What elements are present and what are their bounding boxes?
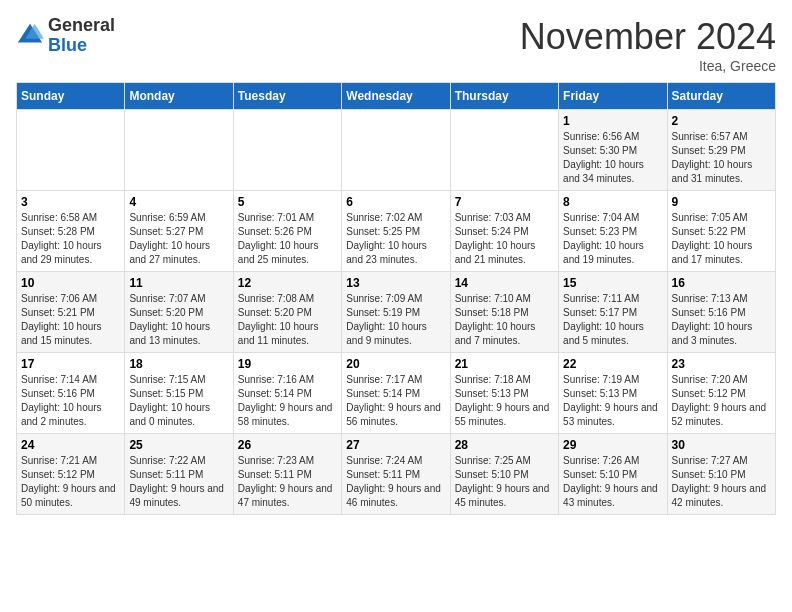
day-info: Sunrise: 7:09 AM Sunset: 5:19 PM Dayligh… [346, 292, 445, 348]
day-info: Sunrise: 7:15 AM Sunset: 5:15 PM Dayligh… [129, 373, 228, 429]
logo-blue: Blue [48, 36, 115, 56]
logo-general: General [48, 16, 115, 36]
day-info: Sunrise: 7:03 AM Sunset: 5:24 PM Dayligh… [455, 211, 554, 267]
day-number: 15 [563, 276, 662, 290]
calendar-cell: 10Sunrise: 7:06 AM Sunset: 5:21 PM Dayli… [17, 272, 125, 353]
day-number: 30 [672, 438, 771, 452]
day-info: Sunrise: 7:10 AM Sunset: 5:18 PM Dayligh… [455, 292, 554, 348]
weekday-header-wednesday: Wednesday [342, 83, 450, 110]
day-info: Sunrise: 6:56 AM Sunset: 5:30 PM Dayligh… [563, 130, 662, 186]
weekday-header-row: SundayMondayTuesdayWednesdayThursdayFrid… [17, 83, 776, 110]
day-number: 23 [672, 357, 771, 371]
weekday-header-saturday: Saturday [667, 83, 775, 110]
day-info: Sunrise: 7:13 AM Sunset: 5:16 PM Dayligh… [672, 292, 771, 348]
calendar-cell: 1Sunrise: 6:56 AM Sunset: 5:30 PM Daylig… [559, 110, 667, 191]
day-number: 28 [455, 438, 554, 452]
calendar-cell [450, 110, 558, 191]
logo-icon [16, 22, 44, 50]
day-info: Sunrise: 7:08 AM Sunset: 5:20 PM Dayligh… [238, 292, 337, 348]
day-info: Sunrise: 7:20 AM Sunset: 5:12 PM Dayligh… [672, 373, 771, 429]
day-number: 8 [563, 195, 662, 209]
calendar-cell: 5Sunrise: 7:01 AM Sunset: 5:26 PM Daylig… [233, 191, 341, 272]
weekday-header-sunday: Sunday [17, 83, 125, 110]
weekday-header-thursday: Thursday [450, 83, 558, 110]
day-info: Sunrise: 7:04 AM Sunset: 5:23 PM Dayligh… [563, 211, 662, 267]
day-number: 5 [238, 195, 337, 209]
calendar-cell: 22Sunrise: 7:19 AM Sunset: 5:13 PM Dayli… [559, 353, 667, 434]
day-info: Sunrise: 7:07 AM Sunset: 5:20 PM Dayligh… [129, 292, 228, 348]
calendar-cell [342, 110, 450, 191]
day-info: Sunrise: 6:59 AM Sunset: 5:27 PM Dayligh… [129, 211, 228, 267]
day-number: 20 [346, 357, 445, 371]
day-number: 3 [21, 195, 120, 209]
day-info: Sunrise: 7:25 AM Sunset: 5:10 PM Dayligh… [455, 454, 554, 510]
calendar-cell: 11Sunrise: 7:07 AM Sunset: 5:20 PM Dayli… [125, 272, 233, 353]
calendar-cell: 4Sunrise: 6:59 AM Sunset: 5:27 PM Daylig… [125, 191, 233, 272]
day-number: 4 [129, 195, 228, 209]
day-number: 27 [346, 438, 445, 452]
week-row-1: 1Sunrise: 6:56 AM Sunset: 5:30 PM Daylig… [17, 110, 776, 191]
calendar-cell: 12Sunrise: 7:08 AM Sunset: 5:20 PM Dayli… [233, 272, 341, 353]
day-info: Sunrise: 6:58 AM Sunset: 5:28 PM Dayligh… [21, 211, 120, 267]
day-number: 26 [238, 438, 337, 452]
day-number: 19 [238, 357, 337, 371]
logo-text: General Blue [48, 16, 115, 56]
day-info: Sunrise: 7:24 AM Sunset: 5:11 PM Dayligh… [346, 454, 445, 510]
calendar-cell: 3Sunrise: 6:58 AM Sunset: 5:28 PM Daylig… [17, 191, 125, 272]
day-info: Sunrise: 6:57 AM Sunset: 5:29 PM Dayligh… [672, 130, 771, 186]
calendar-cell: 29Sunrise: 7:26 AM Sunset: 5:10 PM Dayli… [559, 434, 667, 515]
calendar-cell [233, 110, 341, 191]
day-info: Sunrise: 7:05 AM Sunset: 5:22 PM Dayligh… [672, 211, 771, 267]
day-number: 9 [672, 195, 771, 209]
day-info: Sunrise: 7:14 AM Sunset: 5:16 PM Dayligh… [21, 373, 120, 429]
location: Itea, Greece [520, 58, 776, 74]
day-info: Sunrise: 7:23 AM Sunset: 5:11 PM Dayligh… [238, 454, 337, 510]
day-info: Sunrise: 7:17 AM Sunset: 5:14 PM Dayligh… [346, 373, 445, 429]
week-row-4: 17Sunrise: 7:14 AM Sunset: 5:16 PM Dayli… [17, 353, 776, 434]
calendar-cell: 14Sunrise: 7:10 AM Sunset: 5:18 PM Dayli… [450, 272, 558, 353]
calendar-cell: 23Sunrise: 7:20 AM Sunset: 5:12 PM Dayli… [667, 353, 775, 434]
day-number: 14 [455, 276, 554, 290]
calendar-cell: 30Sunrise: 7:27 AM Sunset: 5:10 PM Dayli… [667, 434, 775, 515]
calendar-cell: 16Sunrise: 7:13 AM Sunset: 5:16 PM Dayli… [667, 272, 775, 353]
day-number: 18 [129, 357, 228, 371]
calendar-cell: 20Sunrise: 7:17 AM Sunset: 5:14 PM Dayli… [342, 353, 450, 434]
day-info: Sunrise: 7:01 AM Sunset: 5:26 PM Dayligh… [238, 211, 337, 267]
calendar-table: SundayMondayTuesdayWednesdayThursdayFrid… [16, 82, 776, 515]
calendar-cell: 7Sunrise: 7:03 AM Sunset: 5:24 PM Daylig… [450, 191, 558, 272]
day-number: 7 [455, 195, 554, 209]
day-number: 22 [563, 357, 662, 371]
weekday-header-monday: Monday [125, 83, 233, 110]
day-number: 12 [238, 276, 337, 290]
calendar-cell: 15Sunrise: 7:11 AM Sunset: 5:17 PM Dayli… [559, 272, 667, 353]
week-row-3: 10Sunrise: 7:06 AM Sunset: 5:21 PM Dayli… [17, 272, 776, 353]
day-info: Sunrise: 7:11 AM Sunset: 5:17 PM Dayligh… [563, 292, 662, 348]
calendar-cell: 27Sunrise: 7:24 AM Sunset: 5:11 PM Dayli… [342, 434, 450, 515]
week-row-5: 24Sunrise: 7:21 AM Sunset: 5:12 PM Dayli… [17, 434, 776, 515]
logo: General Blue [16, 16, 115, 56]
day-number: 24 [21, 438, 120, 452]
day-info: Sunrise: 7:26 AM Sunset: 5:10 PM Dayligh… [563, 454, 662, 510]
day-number: 17 [21, 357, 120, 371]
weekday-header-friday: Friday [559, 83, 667, 110]
calendar-cell [125, 110, 233, 191]
day-info: Sunrise: 7:06 AM Sunset: 5:21 PM Dayligh… [21, 292, 120, 348]
calendar-cell [17, 110, 125, 191]
calendar-cell: 19Sunrise: 7:16 AM Sunset: 5:14 PM Dayli… [233, 353, 341, 434]
week-row-2: 3Sunrise: 6:58 AM Sunset: 5:28 PM Daylig… [17, 191, 776, 272]
day-info: Sunrise: 7:27 AM Sunset: 5:10 PM Dayligh… [672, 454, 771, 510]
day-number: 2 [672, 114, 771, 128]
day-number: 29 [563, 438, 662, 452]
calendar-cell: 26Sunrise: 7:23 AM Sunset: 5:11 PM Dayli… [233, 434, 341, 515]
title-area: November 2024 Itea, Greece [520, 16, 776, 74]
calendar-cell: 21Sunrise: 7:18 AM Sunset: 5:13 PM Dayli… [450, 353, 558, 434]
page-header: General Blue November 2024 Itea, Greece [16, 16, 776, 74]
day-number: 11 [129, 276, 228, 290]
calendar-cell: 25Sunrise: 7:22 AM Sunset: 5:11 PM Dayli… [125, 434, 233, 515]
calendar-cell: 17Sunrise: 7:14 AM Sunset: 5:16 PM Dayli… [17, 353, 125, 434]
day-number: 6 [346, 195, 445, 209]
day-number: 16 [672, 276, 771, 290]
day-number: 10 [21, 276, 120, 290]
day-number: 21 [455, 357, 554, 371]
day-info: Sunrise: 7:22 AM Sunset: 5:11 PM Dayligh… [129, 454, 228, 510]
